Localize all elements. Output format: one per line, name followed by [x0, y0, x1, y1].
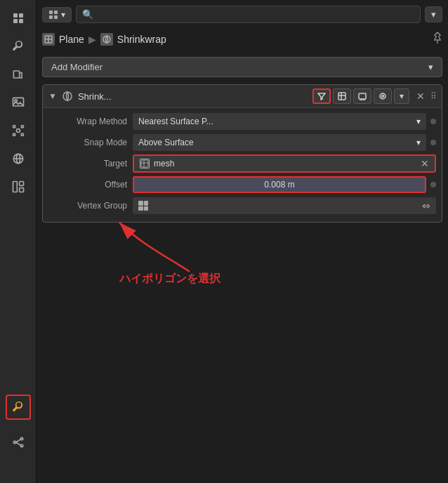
svg-rect-4 [13, 71, 19, 78]
wrap-method-dot [430, 119, 436, 124]
modifier-dots-button[interactable]: ⠿ [430, 91, 436, 101]
svg-rect-36 [359, 93, 366, 99]
plane-icon [42, 33, 55, 46]
shrinkwrap-label[interactable]: Shrinkwrap [117, 34, 166, 45]
dropdown-arrow-icon: ▾ [431, 9, 436, 20]
modifier-camera-button[interactable] [374, 88, 392, 104]
annotation-area: ハイポリゴンを選択 [42, 230, 442, 314]
mesh-icon [140, 159, 150, 168]
modifier-header: ▼ Shrink... [43, 85, 442, 108]
wrap-method-row: Wrap Method Nearest Surface P... ▾ [48, 112, 436, 131]
snap-mode-text: Above Surface [138, 138, 194, 147]
modifier-name[interactable]: Shrink... [78, 91, 308, 102]
modifier-close-button[interactable]: ✕ [413, 88, 428, 104]
sidebar-icon-modifier-active[interactable] [6, 395, 31, 420]
plane-label[interactable]: Plane [59, 34, 84, 45]
svg-rect-1 [19, 13, 23, 18]
snap-mode-row: Snap Mode Above Surface ▾ [48, 133, 436, 152]
svg-rect-25 [49, 15, 53, 19]
modifier-buttons: ▾ ✕ ⠿ [312, 88, 436, 104]
svg-point-20 [20, 444, 22, 446]
snap-mode-label: Snap Mode [48, 138, 133, 147]
svg-rect-24 [54, 11, 58, 14]
sidebar-icon-tools[interactable] [6, 6, 31, 31]
snap-mode-dot [430, 140, 436, 145]
svg-rect-15 [13, 182, 17, 192]
target-label: Target [48, 159, 133, 168]
modifier-filter-button[interactable] [312, 88, 331, 104]
target-mesh-text: mesh [154, 159, 174, 168]
svg-rect-23 [49, 11, 53, 14]
svg-rect-17 [19, 188, 23, 192]
svg-point-41 [382, 95, 384, 98]
add-modifier-label: Add Modifier [51, 62, 103, 72]
wrap-method-dropdown-icon: ▾ [416, 117, 421, 126]
svg-rect-16 [19, 182, 23, 186]
annotation-text: ハイポリゴンを選択 [119, 272, 220, 286]
vertex-arrow-icon: ⇔ [422, 200, 430, 211]
sidebar-icon-constraints[interactable] [6, 174, 31, 199]
panel-options-dropdown[interactable]: ▾ [425, 6, 442, 22]
close-icon: ✕ [416, 91, 425, 102]
sidebar-icon-particles[interactable] [6, 118, 31, 143]
svg-point-8 [13, 126, 15, 128]
svg-point-11 [21, 133, 23, 135]
modifier-panel: ▼ Shrink... [42, 84, 442, 223]
sidebar-icon-image[interactable] [6, 90, 31, 115]
svg-point-10 [13, 133, 15, 135]
svg-point-40 [380, 93, 386, 99]
svg-rect-3 [19, 19, 23, 23]
svg-rect-42 [141, 160, 148, 167]
search-bar[interactable]: 🔍 [76, 6, 421, 23]
main-area: ▾ 🔍 ▾ Plane ▶ Shrinkwrap [37, 0, 448, 483]
modifier-realtime-button[interactable] [333, 88, 351, 104]
wrap-method-value[interactable]: Nearest Surface P... ▾ [133, 113, 426, 130]
dropdown-icon: ▾ [400, 91, 404, 101]
snap-mode-value[interactable]: Above Surface ▾ [133, 134, 426, 151]
search-icon: 🔍 [82, 9, 93, 20]
wrap-method-text: Nearest Surface P... [138, 117, 213, 126]
sidebar-icon-wrench[interactable] [6, 34, 31, 59]
svg-rect-26 [54, 15, 58, 19]
target-row: Target mesh ✕ [48, 154, 436, 173]
modifier-dropdown-button[interactable]: ▾ [394, 88, 409, 104]
view-switcher[interactable]: ▾ [42, 7, 72, 22]
breadcrumb: Plane ▶ Shrinkwrap [42, 29, 442, 50]
wrap-method-label: Wrap Method [48, 117, 133, 126]
breadcrumb-separator: ▶ [88, 34, 96, 45]
svg-rect-2 [13, 19, 18, 23]
target-clear-button[interactable]: ✕ [421, 158, 429, 169]
svg-point-7 [16, 129, 20, 133]
left-sidebar [0, 0, 37, 483]
shrinkwrap-icon [100, 33, 113, 46]
snap-mode-dropdown-icon: ▾ [416, 138, 421, 147]
svg-rect-33 [338, 93, 345, 100]
add-modifier-arrow: ▾ [428, 62, 433, 72]
modifier-type-icon [61, 90, 74, 102]
modifier-collapse-arrow[interactable]: ▼ [48, 91, 57, 101]
svg-line-22 [16, 442, 21, 445]
add-modifier-button[interactable]: Add Modifier ▾ [42, 57, 442, 77]
modifier-render-button[interactable] [353, 88, 371, 104]
svg-point-19 [20, 437, 22, 439]
target-field[interactable]: mesh ✕ [133, 154, 436, 173]
svg-point-9 [21, 126, 23, 128]
offset-field[interactable]: 0.008 m [133, 176, 426, 193]
view-switcher-arrow: ▾ [61, 10, 65, 20]
svg-line-21 [16, 439, 21, 442]
svg-rect-0 [13, 13, 18, 18]
offset-value: 0.008 m [264, 180, 294, 190]
annotation-arrow [98, 209, 239, 279]
sidebar-icon-physics[interactable] [6, 146, 31, 171]
modifier-body: Wrap Method Nearest Surface P... ▾ Snap … [43, 108, 442, 222]
offset-dot [430, 182, 436, 187]
svg-point-18 [13, 441, 15, 443]
sidebar-icon-nodes[interactable] [6, 430, 31, 455]
sidebar-icon-object[interactable] [6, 62, 31, 87]
offset-row: Offset 0.008 m [48, 176, 436, 194]
pin-icon[interactable] [433, 32, 442, 47]
offset-label: Offset [48, 180, 133, 190]
dots-icon: ⠿ [430, 91, 436, 101]
top-bar: ▾ 🔍 ▾ [42, 6, 442, 23]
